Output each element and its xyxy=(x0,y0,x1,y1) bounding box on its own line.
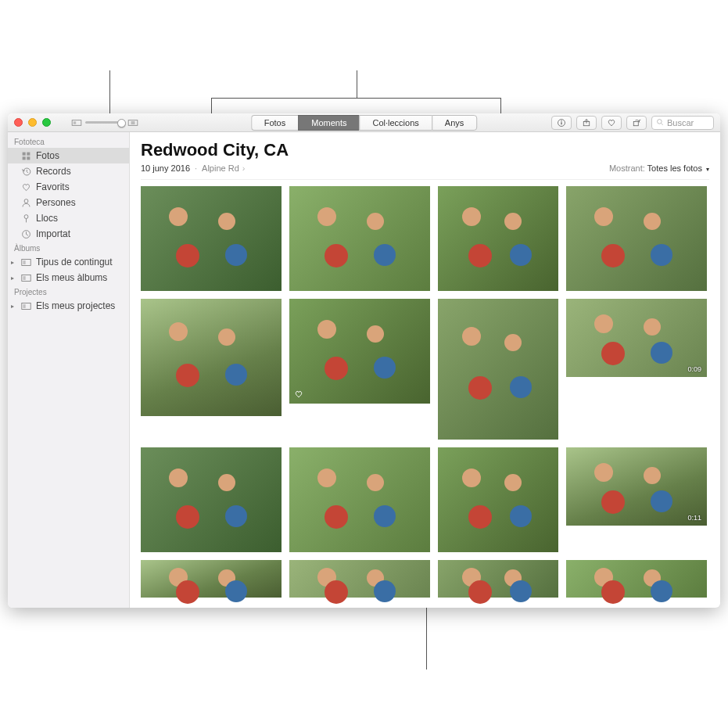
showing-filter[interactable]: Mostrant: Totes les fotos ▾ xyxy=(609,163,709,173)
sidebar-item-label: Els meus projectes xyxy=(36,300,115,311)
separator-dot: · xyxy=(195,163,197,173)
photo-thumbnail[interactable]: 0:09 xyxy=(566,299,707,377)
svg-rect-11 xyxy=(22,152,25,155)
sidebar-item[interactable]: ▸Els meus àlbums xyxy=(8,270,129,285)
callout-line xyxy=(500,98,501,113)
info-button[interactable] xyxy=(551,116,572,130)
album-icon xyxy=(20,300,31,311)
photo-thumbnail[interactable]: 0:11 xyxy=(566,447,707,526)
close-window-button[interactable] xyxy=(14,118,23,127)
segment-moments[interactable]: Moments xyxy=(298,115,359,131)
app-window: Fotos Moments Col·leccions Anys Bus xyxy=(8,113,720,608)
sidebar-item[interactable]: Persones xyxy=(8,195,129,210)
grid-icon xyxy=(20,150,31,161)
photo-thumbnail[interactable] xyxy=(566,560,707,598)
photo-thumbnail[interactable] xyxy=(289,560,430,598)
disclosure-triangle-icon[interactable]: ▸ xyxy=(11,303,14,310)
person-icon xyxy=(20,197,31,208)
photo-row xyxy=(141,560,709,598)
sidebar-item[interactable]: Favorits xyxy=(8,179,129,195)
segment-colleccions[interactable]: Col·leccions xyxy=(359,115,431,131)
photo-thumbnail[interactable] xyxy=(141,560,282,598)
svg-rect-14 xyxy=(27,156,30,160)
svg-rect-13 xyxy=(22,156,25,160)
sidebar-item-label: Llocs xyxy=(36,213,58,224)
segment-fotos[interactable]: Fotos xyxy=(251,115,299,131)
search-icon xyxy=(656,118,664,127)
svg-point-16 xyxy=(24,199,28,203)
clock-icon xyxy=(20,228,31,239)
sidebar-item-label: Records xyxy=(36,166,71,177)
photo-thumbnail[interactable] xyxy=(289,186,430,291)
heart-icon xyxy=(20,181,31,192)
moment-date: 10 juny 2016 xyxy=(141,163,190,173)
titlebar: Fotos Moments Col·leccions Anys Bus xyxy=(8,113,720,132)
pin-icon xyxy=(20,213,31,224)
favorite-heart-icon xyxy=(294,390,303,400)
share-button[interactable] xyxy=(576,116,597,130)
search-field[interactable]: Buscar xyxy=(651,116,714,130)
callout-line xyxy=(211,98,500,99)
thumbnail-zoom xyxy=(71,116,138,130)
sidebar-item[interactable]: Records xyxy=(8,163,129,179)
sidebar-item-label: Els meus àlbums xyxy=(36,272,107,283)
chevron-right-icon: › xyxy=(242,163,246,173)
photo-thumbnail[interactable] xyxy=(566,186,707,291)
svg-point-9 xyxy=(658,119,662,124)
sidebar-item[interactable]: Fotos xyxy=(8,148,129,163)
callout-line xyxy=(357,70,357,98)
svg-point-5 xyxy=(561,120,562,122)
photo-row xyxy=(141,186,709,291)
sidebar-item-label: Tipus de contingut xyxy=(36,257,113,267)
sidebar-section-title: Fototeca xyxy=(8,135,129,148)
svg-rect-3 xyxy=(131,120,135,124)
fullscreen-window-button[interactable] xyxy=(42,118,51,127)
photo-row: 0:09 xyxy=(141,299,709,440)
sidebar-item[interactable]: Llocs xyxy=(8,210,129,226)
sidebar-item-label: Favorits xyxy=(36,181,70,192)
photo-thumbnail[interactable] xyxy=(289,447,430,552)
search-placeholder: Buscar xyxy=(667,118,694,127)
sidebar-item[interactable]: ▸Tipus de contingut xyxy=(8,254,129,270)
window-controls xyxy=(14,118,51,127)
moment-location[interactable]: Alpine Rd xyxy=(202,163,239,173)
svg-rect-21 xyxy=(23,260,25,264)
photo-thumbnail[interactable] xyxy=(438,186,558,291)
photo-thumbnail[interactable] xyxy=(141,299,282,416)
moment-header: Redwood City, CA 10 juny 2016 · Alpine R… xyxy=(130,132,720,180)
segment-anys[interactable]: Anys xyxy=(432,115,477,131)
photo-thumbnail[interactable] xyxy=(141,186,282,291)
photo-thumbnail[interactable] xyxy=(438,447,558,552)
disclosure-triangle-icon[interactable]: ▸ xyxy=(11,275,14,282)
photo-thumbnail[interactable] xyxy=(438,299,558,440)
minimize-window-button[interactable] xyxy=(28,118,37,127)
view-segmented-control: Fotos Moments Col·leccions Anys xyxy=(251,115,478,131)
chevron-down-icon: ▾ xyxy=(706,166,709,173)
sidebar-item[interactable]: Importat xyxy=(8,226,129,242)
photo-grid: 0:090:11 xyxy=(130,180,720,608)
zoom-slider[interactable] xyxy=(85,121,124,124)
rotate-button[interactable] xyxy=(626,116,647,130)
sidebar-item[interactable]: ▸Els meus projectes xyxy=(8,298,129,314)
zoom-out-icon xyxy=(71,116,82,130)
svg-rect-12 xyxy=(27,152,30,155)
album-icon xyxy=(20,272,31,283)
svg-point-17 xyxy=(24,214,28,218)
photo-thumbnail[interactable] xyxy=(289,299,430,404)
album-icon xyxy=(20,257,31,267)
moment-title: Redwood City, CA xyxy=(141,140,709,160)
photo-row: 0:11 xyxy=(141,447,709,552)
photo-thumbnail[interactable] xyxy=(141,447,282,552)
sidebar: FototecaFotosRecordsFavoritsPersonesLloc… xyxy=(8,132,130,608)
svg-rect-23 xyxy=(23,276,25,280)
callout-line xyxy=(109,70,110,113)
toolbar-actions: Buscar xyxy=(551,116,714,130)
content-area: Redwood City, CA 10 juny 2016 · Alpine R… xyxy=(130,132,720,608)
photo-thumbnail[interactable] xyxy=(438,560,558,598)
favorite-button[interactable] xyxy=(601,116,622,130)
sidebar-section-title: Projectes xyxy=(8,285,129,298)
callout-line xyxy=(426,607,427,670)
disclosure-triangle-icon[interactable]: ▸ xyxy=(11,259,14,266)
clock-back-icon xyxy=(20,166,31,177)
svg-line-10 xyxy=(662,123,663,124)
